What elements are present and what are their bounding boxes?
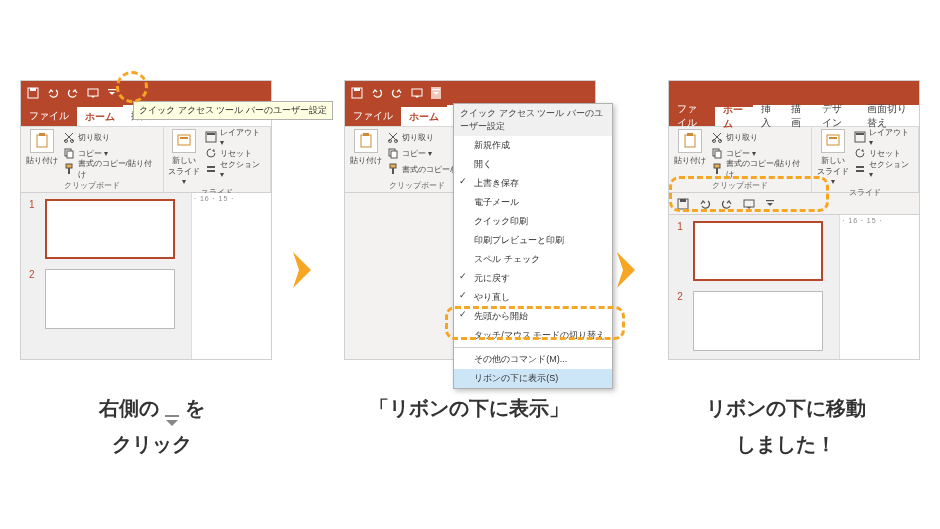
svg-point-7	[70, 140, 73, 143]
section-button[interactable]: セクション ▾	[854, 161, 914, 177]
tab-home[interactable]: ホーム	[715, 105, 753, 126]
paste-label: 貼り付け	[26, 155, 58, 166]
layout-button[interactable]: レイアウト ▾	[854, 129, 914, 145]
svg-rect-48	[165, 415, 179, 417]
svg-point-24	[389, 140, 392, 143]
ribbon-group-clipboard: 貼り付け 切り取り コピー ▾ 書式のコピー/貼り付け クリップボード	[21, 127, 164, 192]
qat-customize-dropdown[interactable]	[107, 87, 117, 99]
undo-icon[interactable]	[47, 87, 59, 99]
thumbnail-1[interactable]: 1	[29, 199, 183, 259]
svg-rect-35	[715, 151, 721, 158]
dd-item-spellcheck[interactable]: スペル チェック	[454, 250, 612, 269]
svg-rect-5	[39, 133, 45, 136]
ribbon-group-clipboard: 貼り付け 切り取り コピー ▾ 書式のコピー/貼り付け クリップボード	[669, 127, 812, 192]
thumbnail-2[interactable]: 2	[677, 291, 831, 351]
dd-item-redo[interactable]: やり直し	[454, 288, 612, 307]
qat-customize-dropdown[interactable]	[431, 87, 441, 99]
new-slide-button[interactable]: 新しい スライド ▾	[168, 129, 202, 186]
tab-transition[interactable]: 画面切り替え	[859, 105, 919, 126]
dd-item-email[interactable]: 電子メール	[454, 193, 612, 212]
clipboard-group-label: クリップボード	[673, 179, 807, 192]
titlebar	[345, 81, 595, 105]
paste-button[interactable]: 貼り付け	[349, 129, 383, 166]
paste-button[interactable]: 貼り付け	[25, 129, 59, 166]
dd-item-show-below-ribbon[interactable]: リボンの下に表示(S)	[454, 369, 612, 388]
svg-rect-16	[207, 166, 215, 168]
format-painter-button[interactable]: 書式のコピー/貼り付け	[711, 161, 807, 177]
cut-button[interactable]: 切り取り	[711, 129, 807, 145]
svg-rect-22	[361, 135, 371, 147]
svg-point-25	[395, 140, 398, 143]
paste-label: 貼り付け	[350, 155, 382, 166]
new-slide-button[interactable]: 新しい スライド ▾	[816, 129, 850, 186]
qat-tooltip: クイック アクセス ツール バーのユーザー設定	[133, 101, 333, 120]
save-icon[interactable]	[27, 87, 39, 99]
layout-button[interactable]: レイアウト ▾	[205, 129, 265, 145]
step1-panel: クイック アクセス ツール バーのユーザー設定 ファイル ホーム 挿入 貼り付け…	[20, 80, 272, 360]
slide-thumbnails: 1 2	[21, 193, 191, 359]
ribbon: 貼り付け 切り取り コピー ▾ 書式のコピー/貼り付け クリップボード 新しい …	[21, 127, 271, 193]
section-button[interactable]: セクション ▾	[205, 161, 265, 177]
chevron-down-icon	[163, 403, 181, 417]
svg-rect-13	[180, 137, 188, 139]
svg-rect-27	[391, 151, 397, 158]
svg-rect-1	[30, 88, 36, 91]
start-icon[interactable]	[743, 198, 755, 210]
dd-item-save[interactable]: 上書き保存	[454, 174, 612, 193]
ribbon-group-slides: 新しい スライド ▾ レイアウト ▾ リセット セクション ▾ スライド	[164, 127, 271, 192]
tab-file[interactable]: ファイル	[669, 105, 714, 126]
dd-item-open[interactable]: 開く	[454, 155, 612, 174]
format-painter-button[interactable]: 書式のコピー/貼り付け	[63, 161, 159, 177]
svg-point-6	[64, 140, 67, 143]
caption-1: 右側の を クリック	[20, 390, 283, 462]
thumbnail-1[interactable]: 1	[677, 221, 831, 281]
svg-rect-12	[178, 135, 190, 145]
tab-draw[interactable]: 描画	[783, 105, 814, 126]
qat-customize-dropdown[interactable]	[765, 198, 775, 210]
redo-icon[interactable]	[721, 198, 733, 210]
new-slide-label: 新しい スライド ▾	[168, 155, 202, 186]
undo-icon[interactable]	[699, 198, 711, 210]
start-icon[interactable]	[87, 87, 99, 99]
svg-rect-38	[827, 135, 839, 145]
dd-item-startshow[interactable]: 先頭から開始	[454, 307, 612, 326]
save-icon[interactable]	[351, 87, 363, 99]
slides-area: 1 2 · 16 · 15 ·	[21, 193, 271, 359]
qat-customize-menu: クイック アクセス ツール バーのユーザー設定 新規作成 開く 上書き保存 電子…	[453, 103, 613, 389]
tab-insert[interactable]: 挿入	[753, 105, 784, 126]
svg-rect-9	[67, 151, 73, 158]
tab-home[interactable]: ホーム	[77, 105, 123, 126]
svg-rect-23	[363, 133, 369, 136]
svg-point-33	[718, 140, 721, 143]
cut-button[interactable]: 切り取り	[63, 129, 159, 145]
tab-design[interactable]: デザイン	[814, 105, 859, 126]
svg-rect-21	[432, 89, 440, 90]
svg-rect-15	[207, 133, 215, 135]
dd-item-new[interactable]: 新規作成	[454, 136, 612, 155]
tab-file[interactable]: ファイル	[345, 105, 401, 126]
save-icon[interactable]	[677, 198, 689, 210]
tab-file[interactable]: ファイル	[21, 105, 77, 126]
thumbnail-2[interactable]: 2	[29, 269, 183, 329]
dd-item-morecommands[interactable]: その他のコマンド(M)...	[454, 350, 612, 369]
ruler: · 16 · 15 ·	[191, 193, 271, 359]
ruler: · 16 · 15 ·	[839, 215, 919, 359]
dd-item-undo[interactable]: 元に戻す	[454, 269, 612, 288]
svg-rect-46	[744, 200, 754, 207]
dd-item-touchmouse[interactable]: タッチ/マウス モードの切り替え	[454, 326, 612, 345]
redo-icon[interactable]	[391, 87, 403, 99]
dd-item-quickprint[interactable]: クイック印刷	[454, 212, 612, 231]
dd-item-printpreview[interactable]: 印刷プレビューと印刷	[454, 231, 612, 250]
svg-rect-3	[108, 89, 116, 90]
clipboard-group-label: クリップボード	[25, 179, 159, 192]
dd-title: クイック アクセス ツール バーのユーザー設定	[454, 104, 612, 136]
undo-icon[interactable]	[371, 87, 383, 99]
ribbon-group-slides: 新しい スライド ▾ レイアウト ▾ リセット セクション ▾ スライド	[812, 127, 919, 192]
start-icon[interactable]	[411, 87, 423, 99]
tab-home[interactable]: ホーム	[401, 105, 447, 126]
paste-button[interactable]: 貼り付け	[673, 129, 707, 166]
svg-rect-29	[392, 168, 394, 174]
redo-icon[interactable]	[67, 87, 79, 99]
ribbon: 貼り付け 切り取り コピー ▾ 書式のコピー/貼り付け クリップボード 新しい …	[669, 127, 919, 193]
svg-point-32	[712, 140, 715, 143]
